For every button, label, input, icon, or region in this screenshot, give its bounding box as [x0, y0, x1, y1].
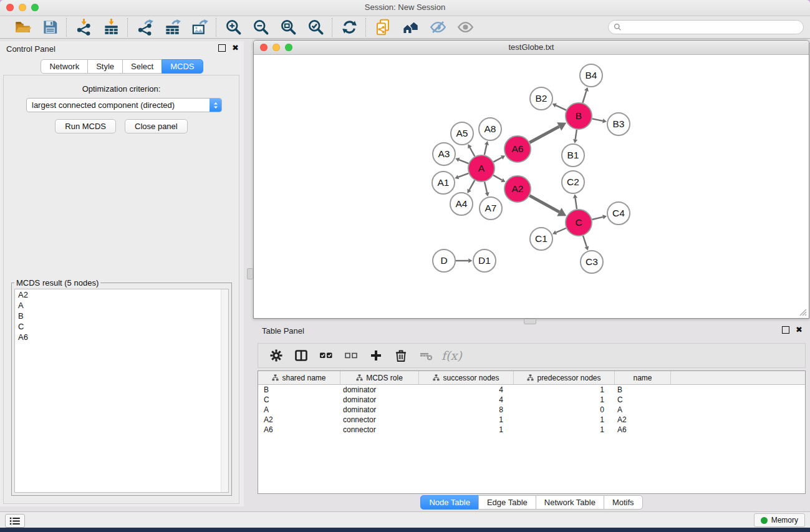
column-header-shared-name[interactable]: shared name	[258, 371, 340, 384]
new-network-from-selection-icon[interactable]	[373, 18, 393, 37]
mcds-result-item[interactable]: A6	[15, 332, 228, 342]
table-row[interactable]: A6connector11A6	[258, 425, 805, 435]
zoom-out-icon[interactable]	[251, 18, 271, 37]
tab-network-table[interactable]: Network Table	[536, 495, 604, 510]
column-header-successor-nodes[interactable]: successor nodes	[419, 371, 514, 384]
tab-mcds[interactable]: MCDS	[162, 59, 203, 74]
zoom-selected-icon[interactable]	[306, 18, 325, 37]
float-panel-icon[interactable]	[218, 44, 226, 52]
mcds-result-item[interactable]: A2	[15, 289, 228, 300]
dropdown-stepper-icon	[210, 99, 221, 112]
cell-successor-nodes: 1	[419, 415, 514, 425]
edge-A-A7[interactable]	[485, 181, 487, 193]
add-column-icon[interactable]	[367, 347, 385, 364]
edge-A-A6[interactable]	[493, 158, 501, 162]
save-session-icon[interactable]	[40, 18, 60, 37]
edge-A-A3[interactable]	[459, 160, 468, 163]
export-network-icon[interactable]	[135, 18, 155, 37]
criterion-selected-value: largest connected component (directed)	[27, 100, 210, 110]
edge-C-C1[interactable]	[556, 228, 566, 233]
cell-predecessor-nodes: 1	[514, 425, 615, 435]
tab-motifs[interactable]: Motifs	[604, 495, 643, 510]
edge-A-A5[interactable]	[470, 148, 475, 157]
toolbar-group	[67, 18, 127, 37]
memory-button[interactable]: Memory	[754, 513, 805, 527]
edge-A-A8[interactable]	[485, 145, 487, 155]
export-table-icon[interactable]	[162, 18, 182, 37]
resize-grip-icon[interactable]	[799, 308, 807, 316]
gear-icon[interactable]	[267, 347, 286, 364]
node-label-D1: D1	[478, 255, 491, 266]
result-scrollbar[interactable]	[221, 289, 228, 492]
edge-A-A2[interactable]	[493, 175, 502, 180]
delete-column-icon[interactable]	[392, 347, 410, 364]
column-header-predecessor-nodes[interactable]: predecessor nodes	[514, 371, 615, 384]
close-panel-icon[interactable]: ✖	[232, 45, 239, 51]
criterion-dropdown[interactable]: largest connected component (directed)	[26, 98, 222, 112]
node-label-A4: A4	[456, 198, 468, 209]
import-network-icon[interactable]	[74, 18, 94, 37]
edge-A-A4[interactable]	[470, 180, 475, 190]
table-panel-title: Table Panel	[262, 326, 304, 336]
network-window-titlebar: testGlobe.txt	[254, 41, 809, 55]
control-panel-header: Control Panel ✖	[0, 41, 244, 57]
search-input[interactable]	[625, 22, 798, 32]
zoom-in-icon[interactable]	[223, 18, 243, 37]
tab-select[interactable]: Select	[122, 59, 162, 74]
tab-edge-table[interactable]: Edge Table	[478, 495, 536, 510]
edge-C-C3[interactable]	[583, 236, 587, 247]
vertical-split-handle[interactable]	[247, 268, 253, 279]
mcds-result-item[interactable]: C	[15, 321, 228, 332]
mcds-result-item[interactable]: A	[15, 300, 228, 311]
cell-name: A2	[615, 415, 671, 425]
table-row[interactable]: Adominator80A	[258, 405, 805, 415]
table-row[interactable]: Bdominator41B	[258, 385, 805, 395]
run-mcds-button[interactable]: Run MCDS	[55, 119, 116, 133]
edge-B-B1[interactable]	[576, 130, 577, 140]
mcds-result-box: MCDS result (5 nodes) A2ABCA6	[11, 283, 232, 496]
cell-name: A	[615, 405, 671, 415]
tab-network[interactable]: Network	[41, 59, 88, 74]
column-header-MCDS-role[interactable]: MCDS role	[340, 371, 419, 384]
edge-A6-B[interactable]	[529, 127, 559, 143]
open-file-icon[interactable]	[12, 18, 32, 37]
table-close-panel-icon[interactable]: ✖	[796, 327, 803, 333]
network-canvas[interactable]: B4B2BB3A5A8A6A3B1AA1C2A2A4A7CC4C1C3DD1	[254, 55, 808, 317]
deselect-all-icon[interactable]	[342, 347, 360, 364]
table-float-panel-icon[interactable]	[782, 326, 789, 334]
mcds-result-item[interactable]: B	[15, 311, 228, 321]
application-window: Session: New Session Control Panel	[0, 0, 810, 528]
mcds-tab-content: Optimization criterion: largest connecte…	[3, 75, 239, 504]
mcds-result-list[interactable]: A2ABCA6	[14, 289, 229, 493]
edge-B-B2[interactable]	[556, 105, 566, 110]
arrowhead-B-B1	[573, 139, 577, 143]
cell-successor-nodes: 4	[419, 395, 514, 405]
hide-selected-icon[interactable]	[428, 18, 448, 37]
table-toolbar: f(x)	[258, 343, 806, 368]
edge-C-C4[interactable]	[592, 217, 603, 220]
node-label-C: C	[575, 217, 582, 228]
edge-A-A1[interactable]	[458, 173, 468, 177]
export-image-icon[interactable]	[190, 18, 210, 37]
tab-node-table[interactable]: Node Table	[420, 495, 479, 510]
column-header-name[interactable]: name	[615, 371, 671, 384]
network-graph[interactable]: B4B2BB3A5A8A6A3B1AA1C2A2A4A7CC4C1C3DD1	[254, 55, 808, 318]
zoom-fit-icon[interactable]	[278, 18, 298, 37]
table-row[interactable]: A2connector11A2	[258, 415, 805, 425]
refresh-icon[interactable]	[339, 18, 359, 37]
select-all-icon[interactable]	[317, 347, 335, 364]
edge-B-B4[interactable]	[582, 91, 586, 103]
split-view-icon[interactable]	[292, 347, 311, 364]
import-table-icon[interactable]	[101, 18, 121, 37]
cell-successor-nodes: 1	[419, 425, 514, 435]
task-history-button[interactable]	[5, 514, 25, 528]
edge-C-C2[interactable]	[576, 198, 577, 209]
first-neighbors-icon[interactable]	[400, 18, 420, 37]
edge-B-B3[interactable]	[592, 118, 603, 120]
table-row[interactable]: Cdominator41C	[258, 395, 805, 405]
edge-A2-C[interactable]	[529, 196, 559, 212]
search-field[interactable]	[608, 20, 804, 34]
tab-style[interactable]: Style	[87, 59, 123, 74]
show-all-icon[interactable]	[455, 18, 475, 37]
close-panel-button[interactable]: Close panel	[125, 119, 188, 133]
